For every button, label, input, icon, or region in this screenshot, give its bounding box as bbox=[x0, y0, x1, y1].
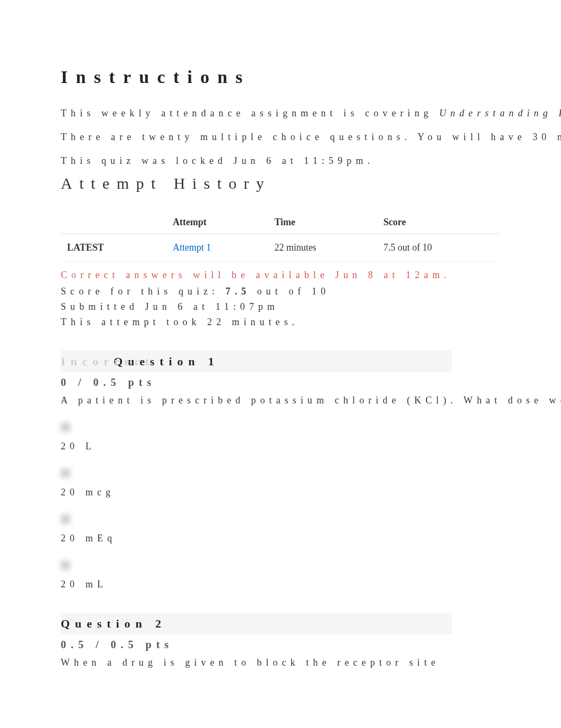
col-time: Time bbox=[268, 211, 377, 234]
book-title: Understanding Pharmacology Essentials fo… bbox=[440, 108, 562, 118]
answer-option: 20 mEq bbox=[61, 514, 561, 546]
incorrect-label: Incorrect bbox=[61, 353, 154, 370]
question-1-points: 0 / 0.5 pts bbox=[61, 374, 561, 390]
question-2-block: Question 2 0.5 / 0.5 pts When a drug is … bbox=[61, 613, 561, 670]
blurred-marker-icon bbox=[61, 560, 70, 570]
time-cell: 22 minutes bbox=[268, 234, 377, 262]
question-1-header: Incorrect Question 1 bbox=[61, 351, 452, 372]
answer-text: 20 mEq bbox=[61, 533, 116, 543]
answer-option: 20 mL bbox=[61, 560, 561, 592]
col-score: Score bbox=[377, 211, 499, 234]
attempt-cell: Attempt 1 bbox=[166, 234, 268, 262]
quiz-locked-note: This quiz was locked Jun 6 at 11:59pm. bbox=[61, 154, 561, 168]
attempt-history-table: Attempt Time Score LATEST Attempt 1 22 m… bbox=[61, 211, 499, 262]
instructions-heading: Instructions bbox=[61, 63, 561, 90]
answer-text: 20 mL bbox=[61, 579, 107, 589]
latest-badge: LATEST bbox=[61, 234, 166, 262]
score-summary: Score for this quiz: 7.5 out of 10 bbox=[61, 284, 561, 299]
score-value: 7.5 bbox=[226, 286, 250, 297]
attempt-history-heading: Attempt History bbox=[61, 171, 561, 195]
instructions-line-1: This weekly attendance assignment is cov… bbox=[61, 106, 561, 121]
blurred-marker-icon bbox=[61, 422, 70, 432]
question-2-points: 0.5 / 0.5 pts bbox=[61, 637, 561, 652]
attempt-link[interactable]: Attempt 1 bbox=[173, 242, 211, 253]
score-prefix: Score for this quiz: bbox=[61, 286, 226, 297]
blurred-marker-icon bbox=[61, 468, 70, 478]
answer-text: 20 mcg bbox=[61, 487, 115, 497]
question-1-block: Incorrect Question 1 0 / 0.5 pts A patie… bbox=[61, 351, 561, 592]
col-attempt: Attempt bbox=[166, 211, 268, 234]
question-2-title: Question 2 bbox=[61, 615, 166, 632]
table-header-row: Attempt Time Score bbox=[61, 211, 499, 234]
score-suffix: out of 10 bbox=[250, 286, 330, 297]
question-1-text: A patient is prescribed potassium chlori… bbox=[61, 393, 561, 408]
score-cell: 7.5 out of 10 bbox=[377, 234, 499, 262]
answer-text: 20 L bbox=[61, 441, 96, 451]
question-2-text: When a drug is given to block the recept… bbox=[61, 656, 561, 670]
submitted-line: Submitted Jun 6 at 11:07pm bbox=[61, 300, 561, 314]
col-blank bbox=[61, 211, 166, 234]
attempt-took-line: This attempt took 22 minutes. bbox=[61, 315, 561, 329]
instr1-prefix: This weekly attendance assignment is cov… bbox=[61, 108, 440, 118]
instructions-line-2: There are twenty multiple choice questio… bbox=[61, 130, 561, 144]
table-row: LATEST Attempt 1 22 minutes 7.5 out of 1… bbox=[61, 234, 499, 262]
question-2-header: Question 2 bbox=[61, 613, 452, 634]
answer-option: 20 mcg bbox=[61, 468, 561, 500]
blurred-marker-icon bbox=[61, 514, 70, 524]
correct-answers-note: Correct answers will be available Jun 8 … bbox=[61, 268, 561, 282]
answer-option: 20 L bbox=[61, 422, 561, 454]
